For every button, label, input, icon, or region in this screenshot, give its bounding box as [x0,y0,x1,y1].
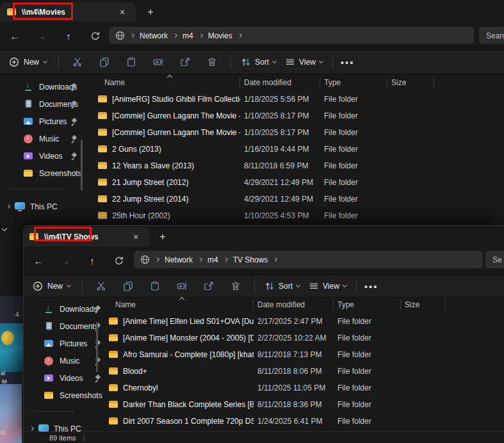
file-name: [AnimeRG] Studio Ghibli Film Collection … [112,95,240,104]
sort-button[interactable]: Sort [264,281,300,291]
sidebar-item[interactable]: Music [24,352,106,369]
file-row[interactable]: 21 Jump Street (2012) 4/29/2021 12:49 PM… [95,174,504,191]
new-tab-button[interactable]: + [156,230,170,244]
chevron-down-icon [43,59,47,63]
view-icon [285,58,295,67]
file-row[interactable]: [Commie] Gurren Lagann The Movie - Th...… [95,124,504,141]
column-header-size[interactable]: Size [387,74,434,91]
sidebar-scrollbar[interactable] [96,322,98,372]
sidebar-item[interactable]: Pictures [0,113,95,130]
share-button[interactable] [195,281,222,291]
sidebar-item[interactable]: Documents [24,318,106,335]
chevron-down-icon [67,283,71,287]
column-header-name[interactable]: Name [106,296,254,313]
file-row[interactable]: 22 Jump Street (2014) 4/29/2021 12:49 PM… [95,191,504,207]
chevron-right-icon [273,257,277,262]
file-row[interactable]: Chernobyl 1/11/2025 11:05 PM File folder [106,380,504,396]
tab-close-icon[interactable]: × [130,232,142,242]
sidebar-item[interactable]: Pictures [24,335,106,352]
column-header-size[interactable]: Size [401,296,446,313]
chevron-right-icon[interactable] [6,204,10,209]
sort-button[interactable]: Sort [241,57,276,67]
up-button[interactable]: ↑ [83,251,102,270]
breadcrumb-network[interactable]: Network [140,31,168,40]
copy-button[interactable] [115,281,142,291]
more-options-button[interactable]: ••• [341,57,355,68]
cut-button[interactable] [88,281,115,291]
rename-icon [153,57,163,67]
view-button[interactable]: View [285,58,323,67]
breadcrumb-tv-shows[interactable]: TV Shows [233,255,268,264]
file-name: 25th Hour (2002) [112,211,170,220]
back-button[interactable]: ← [29,251,48,270]
copy-button[interactable] [91,57,118,67]
column-header-date[interactable]: Date modified [254,296,334,313]
sidebar: Downloads Documents Pictures Music [24,296,106,431]
paste-button[interactable] [142,281,168,291]
this-pc-icon [38,424,49,432]
new-button[interactable]: New [9,57,53,67]
column-header-type[interactable]: Type [334,296,401,313]
new-tab-button[interactable]: + [143,5,158,19]
toolbar-divider [231,55,231,69]
column-header-name[interactable]: Name [95,74,240,91]
up-button[interactable]: ↑ [59,26,78,45]
breadcrumb-m4[interactable]: m4 [183,31,193,40]
sidebar-item-icon [23,134,33,144]
sidebar-item-label: Music [60,357,79,366]
sidebar-item[interactable]: Downloads [0,78,95,95]
tab-close-icon[interactable]: × [117,7,128,17]
share-button[interactable] [172,57,199,67]
file-row[interactable]: 2 Guns (2013) 1/16/2019 4:44 PM File fol… [95,141,504,157]
file-row[interactable]: Blood+ 8/11/2018 8:06 PM File folder [106,363,504,380]
file-row[interactable]: Darker Than Black Complete Series [BluR.… [106,396,504,413]
breadcrumb-m4[interactable]: m4 [207,255,218,264]
address-bar[interactable]: Network m4 Movies [109,27,474,44]
file-type: File folder [320,95,387,104]
sidebar-item[interactable]: Documents [0,95,95,113]
breadcrumb-network[interactable]: Network [165,255,193,264]
rename-button[interactable] [145,57,172,67]
column-header-type[interactable]: Type [320,74,387,91]
annotation-highlight [13,3,73,20]
file-type: File folder [320,211,387,220]
delete-button[interactable] [222,281,249,291]
column-header-date[interactable]: Date modified [240,74,320,91]
rename-button[interactable] [168,281,195,291]
sidebar-item[interactable]: Screenshots [24,387,106,404]
more-options-button[interactable]: ••• [364,281,378,292]
file-row[interactable]: [Commie] Gurren Lagann The Movie - Ch...… [95,108,504,124]
new-button[interactable]: New [33,281,77,291]
view-button[interactable]: View [309,282,346,291]
file-row[interactable]: Afro Samurai - Complete [1080p] [khatak.… [106,346,504,363]
sidebar-item[interactable]: Videos [24,369,106,387]
file-row[interactable]: Dirt 2007 Season 1 Complete 720p DSNP...… [106,413,504,430]
folder-icon [97,194,108,204]
file-name: 2 Guns (2013) [112,145,161,154]
breadcrumb-movies[interactable]: Movies [208,31,232,40]
cut-button[interactable] [64,57,91,67]
toolbar-divider [82,279,83,293]
search-box[interactable]: Se [485,251,504,268]
address-bar[interactable]: Network m4 TV Shows [134,251,483,268]
refresh-button[interactable] [110,251,129,270]
file-row[interactable]: 12 Years a Slave (2013) 8/11/2018 6:59 P… [95,157,504,174]
chevron-right-icon[interactable] [29,426,34,431]
window-tv-shows: \\m4\TV Shows × + ← → ↑ Network m4 TV Sh… [23,225,504,443]
file-date-modified: 8/11/2018 6:59 PM [240,161,320,170]
sidebar-item-this-pc[interactable]: This PC [0,198,95,215]
refresh-button[interactable] [86,26,105,45]
sidebar-item-icon [23,151,33,161]
sidebar-scrollbar[interactable] [81,140,83,191]
back-button[interactable]: ← [5,26,24,45]
paste-button[interactable] [118,57,145,67]
search-box[interactable]: Searc [479,27,504,44]
file-row[interactable]: [AnimeRG] Studio Ghibli Film Collection … [95,91,504,108]
window-content: Downloads Documents Pictures Music [24,296,504,431]
file-row[interactable]: [Anime Time] Elfen Lied S01+OVA [Dual ..… [106,313,504,330]
delete-button[interactable] [199,57,225,67]
file-row[interactable]: [Anime Time] Monster (2004 - 2005) [Du..… [106,330,504,346]
sidebar-item-this-pc[interactable]: This PC [24,420,106,431]
file-row[interactable]: 25th Hour (2002) 1/10/2025 4:53 PM File … [95,207,504,224]
sidebar-item[interactable]: Downloads [24,300,106,318]
